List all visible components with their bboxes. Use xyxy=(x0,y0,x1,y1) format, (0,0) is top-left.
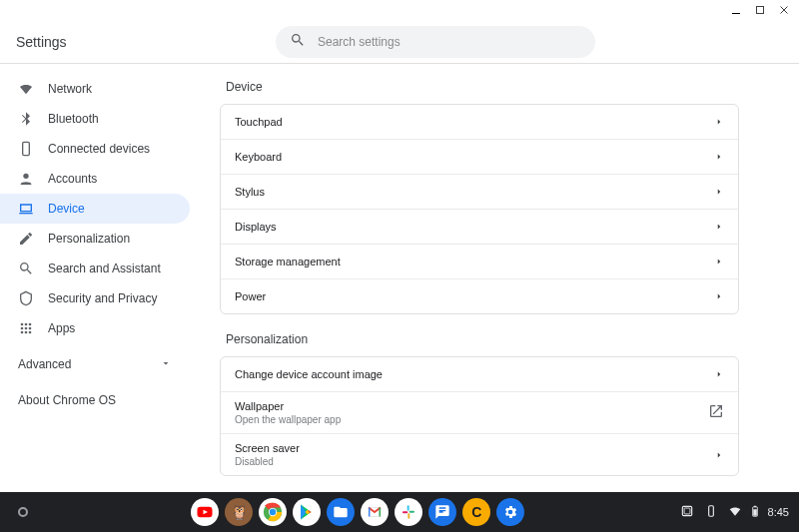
row-storage-management[interactable]: Storage management xyxy=(221,244,738,278)
svg-rect-21 xyxy=(408,513,410,518)
svg-rect-18 xyxy=(380,508,382,517)
shelf-app-c[interactable]: C xyxy=(462,498,490,526)
svg-rect-28 xyxy=(753,509,757,515)
shelf-app-settings[interactable] xyxy=(496,498,524,526)
sidebar-item-label: Connected devices xyxy=(48,142,150,156)
sidebar-item-apps[interactable]: Apps xyxy=(0,313,190,343)
shelf-app-slack[interactable] xyxy=(395,498,422,526)
sidebar-item-label: Network xyxy=(48,82,92,96)
section-title-personalization: Personalization xyxy=(226,332,739,346)
shelf-app-play-store[interactable] xyxy=(293,498,321,526)
row-wallpaper[interactable]: Wallpaper Open the wallpaper app xyxy=(221,391,738,433)
svg-rect-27 xyxy=(753,506,755,507)
sidebar-item-device[interactable]: Device xyxy=(0,194,190,224)
sidebar-item-label: Apps xyxy=(48,321,75,335)
row-change-account-image[interactable]: Change device account image xyxy=(221,357,738,391)
svg-point-3 xyxy=(23,174,28,179)
row-stylus[interactable]: Stylus xyxy=(221,174,738,209)
shield-icon xyxy=(18,290,34,306)
personalization-card: Change device account image Wallpaper Op… xyxy=(220,356,739,476)
svg-point-7 xyxy=(21,327,24,330)
sidebar-advanced-label: Advanced xyxy=(18,357,71,371)
row-label: Keyboard xyxy=(235,151,282,163)
sidebar-item-search-assistant[interactable]: Search and Assistant xyxy=(0,254,190,283)
wifi-icon xyxy=(18,81,34,97)
tray-holding-space-icon[interactable] xyxy=(680,504,694,520)
sidebar-item-accounts[interactable]: Accounts xyxy=(0,164,190,194)
svg-rect-0 xyxy=(732,13,740,14)
battery-status-icon xyxy=(748,504,762,520)
device-card: Touchpad Keyboard Stylus Displays Storag… xyxy=(220,104,739,314)
svg-point-6 xyxy=(29,323,32,326)
laptop-icon xyxy=(18,201,34,217)
row-label: Touchpad xyxy=(235,116,283,128)
sidebar-item-personalization[interactable]: Personalization xyxy=(0,224,190,254)
system-tray[interactable]: 8:45 xyxy=(680,504,789,520)
shelf-app-gmail[interactable] xyxy=(361,498,389,526)
chevron-right-icon xyxy=(714,446,724,464)
shelf-apps: 🦉 C xyxy=(44,498,672,526)
phone-icon xyxy=(18,141,34,157)
app-title: Settings xyxy=(16,34,226,50)
svg-point-8 xyxy=(25,327,28,330)
sidebar-item-label: Accounts xyxy=(48,172,97,186)
chevron-right-icon xyxy=(714,253,724,270)
close-button[interactable] xyxy=(777,3,791,17)
svg-rect-17 xyxy=(369,508,371,517)
sidebar-about[interactable]: About Chrome OS xyxy=(0,379,200,421)
minimize-button[interactable] xyxy=(729,3,743,17)
sidebar-item-label: Personalization xyxy=(48,232,130,246)
section-title-device: Device xyxy=(226,80,739,94)
sidebar-item-bluetooth[interactable]: Bluetooth xyxy=(0,104,190,134)
chevron-right-icon xyxy=(714,218,724,236)
sidebar-item-connected-devices[interactable]: Connected devices xyxy=(0,134,190,164)
search-input[interactable] xyxy=(318,35,581,49)
row-screen-saver[interactable]: Screen saver Disabled xyxy=(221,433,738,475)
wifi-status-icon xyxy=(728,504,742,520)
row-label: Screen saver xyxy=(235,442,300,454)
search-icon xyxy=(18,261,34,276)
sidebar-advanced-toggle[interactable]: Advanced xyxy=(0,349,190,379)
shelf-app-chrome[interactable] xyxy=(259,498,287,526)
sidebar-item-label: Search and Assistant xyxy=(48,262,161,275)
shelf-app-owl[interactable]: 🦉 xyxy=(225,498,253,526)
sidebar-item-network[interactable]: Network xyxy=(0,74,190,104)
shelf-app-youtube[interactable] xyxy=(191,498,219,526)
clock: 8:45 xyxy=(768,506,789,518)
sidebar-item-label: Bluetooth xyxy=(48,112,99,126)
svg-rect-19 xyxy=(407,505,409,510)
sidebar-item-label: Device xyxy=(48,202,85,216)
svg-rect-25 xyxy=(708,506,713,517)
chevron-down-icon xyxy=(160,357,172,372)
sidebar-item-security-privacy[interactable]: Security and Privacy xyxy=(0,283,190,313)
svg-rect-1 xyxy=(757,7,764,14)
shelf-app-messages[interactable] xyxy=(428,498,456,526)
sidebar-item-label: Security and Privacy xyxy=(48,291,157,305)
row-keyboard[interactable]: Keyboard xyxy=(221,139,738,174)
maximize-button[interactable] xyxy=(753,3,767,17)
row-label: Displays xyxy=(235,221,277,233)
row-sublabel: Disabled xyxy=(235,456,300,467)
apps-icon xyxy=(18,320,34,336)
bluetooth-icon xyxy=(18,111,34,127)
shelf-app-files[interactable] xyxy=(327,498,355,526)
chevron-right-icon xyxy=(714,113,724,131)
tray-phone-hub-icon[interactable] xyxy=(704,504,718,520)
svg-point-16 xyxy=(270,509,276,515)
launcher-button[interactable] xyxy=(18,507,28,517)
svg-point-5 xyxy=(25,323,28,326)
svg-point-4 xyxy=(21,323,24,326)
app-header: Settings xyxy=(0,20,799,64)
person-icon xyxy=(18,171,34,187)
svg-rect-24 xyxy=(684,508,690,514)
search-bar[interactable] xyxy=(276,26,595,58)
external-link-icon xyxy=(708,403,724,423)
svg-rect-2 xyxy=(23,142,30,155)
window-titlebar xyxy=(0,0,799,20)
main-content: Device Touchpad Keyboard Stylus Displays xyxy=(200,64,799,492)
row-displays[interactable]: Displays xyxy=(221,209,738,244)
row-touchpad[interactable]: Touchpad xyxy=(221,105,738,139)
shelf: 🦉 C 8:45 xyxy=(0,492,799,532)
row-power[interactable]: Power xyxy=(221,278,738,313)
chevron-right-icon xyxy=(714,365,724,383)
